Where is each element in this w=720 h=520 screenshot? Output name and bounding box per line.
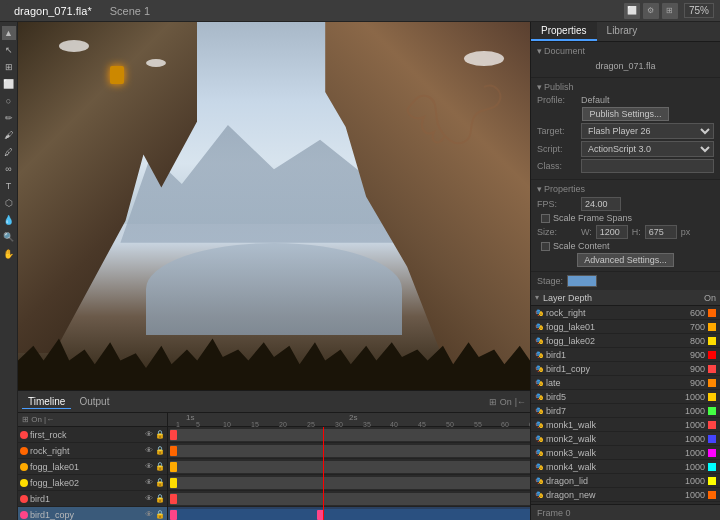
pencil-tool[interactable]: ✏ bbox=[2, 111, 16, 125]
class-row: Class: bbox=[537, 159, 714, 173]
layer-row[interactable]: bird1 👁 🔒 bbox=[18, 491, 167, 507]
frame-row-2[interactable] bbox=[168, 443, 530, 459]
keyframe bbox=[170, 510, 177, 520]
document-tab[interactable]: dragon_071.fla* bbox=[6, 3, 100, 19]
ld-row[interactable]: 🎭 late 900 bbox=[531, 376, 720, 390]
ld-row[interactable]: 🎭 bird1_copy 900 bbox=[531, 362, 720, 376]
frame-row-3[interactable] bbox=[168, 459, 530, 475]
ld-row[interactable]: 🎭 monk1_walk 1000 bbox=[531, 418, 720, 432]
lasso-tool[interactable]: ∞ bbox=[2, 162, 16, 176]
keyframe bbox=[170, 462, 177, 472]
scale-content-row: Scale Content bbox=[537, 241, 714, 251]
zoom-tool[interactable]: 🔍 bbox=[2, 230, 16, 244]
frame-row-6-selected[interactable] bbox=[168, 507, 530, 520]
ld-row[interactable]: 🎭 dragon_lid 1000 bbox=[531, 474, 720, 488]
properties-tab[interactable]: Properties bbox=[531, 22, 597, 41]
output-tab[interactable]: Output bbox=[73, 395, 115, 409]
publish-settings-btn[interactable]: Publish Settings... bbox=[582, 107, 668, 121]
px-label: px bbox=[681, 227, 691, 237]
layer-name: rock_right bbox=[30, 446, 143, 456]
ld-row[interactable]: 🎭 bird7 1000 bbox=[531, 404, 720, 418]
script-select[interactable]: ActionScript 3.0 bbox=[581, 141, 714, 157]
ld-name: late bbox=[546, 378, 667, 388]
ld-row[interactable]: 🎭 monk2_walk 1000 bbox=[531, 432, 720, 446]
height-input[interactable] bbox=[645, 225, 677, 239]
scale-frame-label: Scale Frame Spans bbox=[553, 213, 632, 223]
class-input[interactable] bbox=[581, 159, 714, 173]
layer-row[interactable]: fogg_lake01 👁 🔒 bbox=[18, 459, 167, 475]
library-tab[interactable]: Library bbox=[597, 22, 648, 41]
stage-color-swatch[interactable] bbox=[567, 275, 597, 287]
ld-name: monk4_walk bbox=[546, 462, 667, 472]
document-section-title: ▾ Document bbox=[537, 46, 714, 56]
advanced-settings-row: Advanced Settings... bbox=[537, 253, 714, 267]
scene-label: Scene 1 bbox=[110, 5, 150, 17]
ld-row[interactable]: 🎭 fogg_lake01 700 bbox=[531, 320, 720, 334]
top-icons: ⬜ ⚙ ⊞ bbox=[624, 3, 678, 19]
ld-row[interactable]: 🎭 rock_right 600 bbox=[531, 306, 720, 320]
layer-name: bird1_copy bbox=[30, 510, 143, 520]
ld-depth: 600 bbox=[670, 308, 705, 318]
ld-row[interactable]: 🎭 dragon_new 1000 bbox=[531, 488, 720, 502]
publish-settings-row: Publish Settings... bbox=[537, 107, 714, 121]
ld-name: monk1_walk bbox=[546, 420, 667, 430]
ld-row[interactable]: 🎭 monk4_walk 1000 bbox=[531, 460, 720, 474]
ld-name: dragon_lid bbox=[546, 476, 667, 486]
layer-icon: 🎭 bbox=[535, 421, 543, 429]
camera-icon[interactable]: ⬜ bbox=[624, 3, 640, 19]
target-select[interactable]: Flash Player 26 bbox=[581, 123, 714, 139]
free-transform-tool[interactable]: ⊞ bbox=[2, 60, 16, 74]
advanced-settings-btn[interactable]: Advanced Settings... bbox=[577, 253, 674, 267]
on-label: On bbox=[704, 293, 716, 303]
publish-section: ▾ Publish Profile: Default Publish Setti… bbox=[531, 78, 720, 180]
pen-tool[interactable]: 🖊 bbox=[2, 145, 16, 159]
rect-tool[interactable]: ⬜ bbox=[2, 77, 16, 91]
eyedropper-tool[interactable]: 💧 bbox=[2, 213, 16, 227]
width-label: W: bbox=[581, 227, 592, 237]
ld-color bbox=[708, 393, 716, 401]
bucket-tool[interactable]: ⬡ bbox=[2, 196, 16, 210]
layer-row-selected[interactable]: bird1_copy 👁 🔒 bbox=[18, 507, 167, 520]
layer-row[interactable]: fogg_lake02 👁 🔒 bbox=[18, 475, 167, 491]
oval-tool[interactable]: ○ bbox=[2, 94, 16, 108]
subselect-tool[interactable]: ↖ bbox=[2, 43, 16, 57]
frame-bar bbox=[170, 509, 530, 520]
scale-content-checkbox[interactable] bbox=[541, 242, 550, 251]
fps-row: FPS: bbox=[537, 197, 714, 211]
ld-row[interactable]: 🎭 bird5 1000 bbox=[531, 390, 720, 404]
layer-icon: 🎭 bbox=[535, 337, 543, 345]
layer-name: fogg_lake02 bbox=[30, 478, 143, 488]
text-tool[interactable]: T bbox=[2, 179, 16, 193]
hand-tool[interactable]: ✋ bbox=[2, 247, 16, 261]
playhead[interactable] bbox=[323, 427, 324, 520]
ld-name: bird7 bbox=[546, 406, 667, 416]
canvas-bg bbox=[18, 22, 530, 390]
ld-color bbox=[708, 407, 716, 415]
frame-row-4[interactable] bbox=[168, 475, 530, 491]
timeline-header: Timeline Output ⊞ On |← bbox=[18, 391, 530, 413]
scale-frame-checkbox[interactable] bbox=[541, 214, 550, 223]
layer-depth-title: Layer Depth bbox=[543, 293, 592, 303]
brush-tool[interactable]: 🖌 bbox=[2, 128, 16, 142]
frame-row-1[interactable] bbox=[168, 427, 530, 443]
ld-row[interactable]: 🎭 monk3_walk 1000 bbox=[531, 446, 720, 460]
select-tool[interactable]: ▲ bbox=[2, 26, 16, 40]
frame-row-5[interactable] bbox=[168, 491, 530, 507]
layer-color-dot bbox=[20, 447, 28, 455]
timeline-tab[interactable]: Timeline bbox=[22, 395, 71, 409]
ld-color bbox=[708, 477, 716, 485]
frame-info: Frame 0 bbox=[531, 504, 720, 520]
settings-icon[interactable]: ⚙ bbox=[643, 3, 659, 19]
layer-row[interactable]: rock_right 👁 🔒 bbox=[18, 443, 167, 459]
layout-icon[interactable]: ⊞ bbox=[662, 3, 678, 19]
width-input[interactable] bbox=[596, 225, 628, 239]
ld-color bbox=[708, 323, 716, 331]
layer-row[interactable]: first_rock 👁 🔒 bbox=[18, 427, 167, 443]
ld-row[interactable]: 🎭 fogg_lake02 800 bbox=[531, 334, 720, 348]
zoom-display[interactable]: 75% bbox=[684, 3, 714, 18]
ld-depth: 900 bbox=[670, 364, 705, 374]
fps-input[interactable] bbox=[581, 197, 621, 211]
ld-row[interactable]: 🎭 bird1 900 bbox=[531, 348, 720, 362]
layer-icon: 🎭 bbox=[535, 393, 543, 401]
timeline-ruler: 1s 2s 1 5 10 15 20 25 30 bbox=[168, 413, 530, 427]
